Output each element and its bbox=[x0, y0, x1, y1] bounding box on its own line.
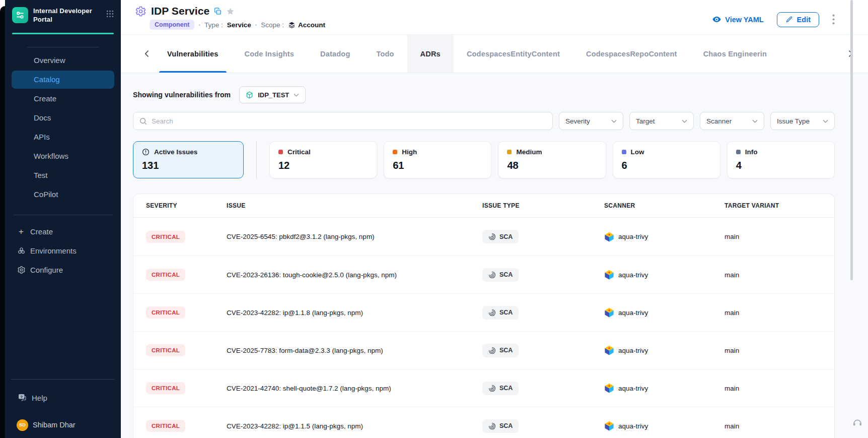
favorite-star-icon[interactable] bbox=[226, 7, 235, 16]
table-header-row: SEVERITY ISSUE ISSUE TYPE SCANNER TARGET… bbox=[133, 194, 834, 218]
severity-count: 61 bbox=[393, 160, 482, 171]
sidebar-nav: Overview Catalog Create Docs APIs bbox=[5, 51, 121, 204]
sidebar: Internal Developer Portal Overview Catal… bbox=[5, 0, 121, 438]
sidebar-item-environments[interactable]: Environments bbox=[5, 241, 121, 261]
sidebar-nav-item[interactable]: APIs bbox=[12, 128, 114, 146]
severity-summary-card[interactable]: Low 6 bbox=[613, 141, 720, 178]
trivy-scanner-icon bbox=[604, 232, 614, 242]
support-widget-icon[interactable] bbox=[851, 416, 864, 429]
target-variant: main bbox=[725, 347, 834, 354]
table-row[interactable]: CRITICAL CVE-2023-42282: ip@1.1.8 (lang-… bbox=[133, 293, 834, 331]
entity-kind-badge: Component bbox=[150, 20, 194, 30]
filter-dropdown[interactable]: Scanner bbox=[700, 112, 764, 130]
table-row[interactable]: CRITICAL CVE-2023-42282: ip@1.1.5 (lang-… bbox=[133, 407, 834, 438]
sidebar-nav-item[interactable]: Test bbox=[12, 166, 114, 184]
sidebar-nav-item[interactable]: Catalog bbox=[12, 71, 114, 89]
trivy-scanner-icon bbox=[604, 421, 614, 431]
issue-title: CVE-2023-42282: ip@1.1.8 (lang-pkgs, npm… bbox=[227, 309, 482, 317]
issue-type-chip: SCA bbox=[482, 382, 519, 395]
issue-title: CVE-2023-42282: ip@1.1.5 (lang-pkgs, npm… bbox=[227, 422, 482, 430]
summary-cards: Active Issues 131 Critical 12 bbox=[133, 141, 835, 178]
severity-dot bbox=[622, 150, 626, 154]
source-project-dropdown[interactable]: IDP_TEST bbox=[239, 86, 306, 103]
tab[interactable]: CodespacesRepoContent bbox=[573, 35, 690, 73]
severity-dot bbox=[278, 150, 283, 154]
scanner-name: aqua-trivy bbox=[618, 233, 648, 240]
sidebar-nav-item[interactable]: Docs bbox=[12, 109, 114, 127]
avatar: SD bbox=[17, 419, 28, 431]
issue-type-chip: SCA bbox=[482, 268, 519, 282]
sidebar-nav-item[interactable]: Overview bbox=[12, 51, 114, 70]
sidebar-nav-item[interactable]: CoPilot bbox=[12, 185, 114, 204]
user-name: Shibam Dhar bbox=[33, 421, 76, 429]
sca-spiral-icon bbox=[488, 385, 496, 392]
view-yaml-button[interactable]: View YAML bbox=[712, 15, 763, 24]
severity-summary-card[interactable]: Medium 48 bbox=[498, 141, 606, 178]
project-cube-icon bbox=[246, 91, 253, 99]
column-header-issue: ISSUE bbox=[227, 202, 482, 209]
help-button[interactable]: ? Help bbox=[5, 389, 121, 407]
filter-dropdown[interactable]: Target bbox=[629, 112, 694, 130]
section-heading: Showing vulnerabilities from bbox=[133, 91, 231, 99]
tab[interactable]: Vulnerabilities bbox=[154, 35, 232, 73]
gear-icon bbox=[17, 266, 26, 274]
sca-spiral-icon bbox=[488, 233, 496, 240]
active-issues-count: 131 bbox=[142, 160, 235, 171]
tab[interactable]: Chaos Engineerin bbox=[690, 35, 780, 73]
severity-summary-card[interactable]: High 61 bbox=[384, 141, 491, 178]
sidebar-item-configure[interactable]: Configure bbox=[5, 261, 121, 280]
table-row[interactable]: CRITICAL CVE-2021-42740: shell-quote@1.7… bbox=[133, 369, 834, 407]
filter-dropdown[interactable]: Severity bbox=[559, 112, 623, 130]
table-row[interactable]: CRITICAL CVE-2025-6545: pbkdf2@3.1.2 (la… bbox=[133, 218, 834, 256]
tabs-scroll-left-icon[interactable] bbox=[139, 35, 154, 73]
table-row[interactable]: CRITICAL CVE-2025-7783: form-data@2.3.3 … bbox=[133, 331, 834, 369]
severity-badge: CRITICAL bbox=[146, 420, 185, 432]
type-value: Service bbox=[227, 21, 251, 29]
copy-icon[interactable] bbox=[214, 8, 222, 15]
filter-dropdown[interactable]: Issue Type bbox=[770, 112, 835, 130]
service-gear-icon bbox=[135, 6, 147, 17]
issue-type-chip: SCA bbox=[482, 306, 519, 320]
tab[interactable]: Code Insights bbox=[232, 35, 307, 73]
search-input[interactable] bbox=[152, 117, 546, 125]
severity-badge: CRITICAL bbox=[146, 382, 185, 394]
severity-dot bbox=[736, 150, 741, 154]
tab[interactable]: ADRs bbox=[407, 35, 454, 73]
chevron-down-icon bbox=[823, 119, 828, 123]
user-menu[interactable]: SD Shibam Dhar bbox=[5, 415, 121, 435]
target-variant: main bbox=[725, 309, 834, 317]
chevron-down-icon bbox=[682, 119, 687, 123]
sidebar-footer: ? Help SD Shibam Dhar bbox=[5, 379, 121, 438]
sidebar-nav-item[interactable]: Create bbox=[12, 90, 114, 108]
tab[interactable]: CodespacesEntityContent bbox=[454, 35, 573, 73]
issue-type-chip: SCA bbox=[482, 419, 519, 433]
more-options-kebab-icon[interactable] bbox=[832, 14, 835, 25]
severity-summary-card[interactable]: Info 4 bbox=[727, 141, 835, 178]
entity-meta: Component • Type : Service • Scope : Acc… bbox=[150, 20, 325, 30]
app-title: Internal Developer Portal bbox=[33, 7, 93, 24]
apps-grid-icon[interactable] bbox=[106, 10, 114, 20]
scope-label: Scope : bbox=[261, 21, 284, 29]
environments-icon bbox=[17, 246, 26, 255]
edit-button[interactable]: Edit bbox=[777, 12, 819, 27]
severity-summary-card[interactable]: Critical 12 bbox=[269, 141, 377, 178]
sca-spiral-icon bbox=[488, 309, 496, 317]
app-logo[interactable] bbox=[12, 7, 28, 23]
tab[interactable]: Datadog bbox=[307, 35, 363, 73]
sidebar-nav-item[interactable]: Workflows bbox=[12, 147, 114, 165]
severity-badge: CRITICAL bbox=[146, 306, 185, 319]
sidebar-item-create[interactable]: + Create bbox=[5, 222, 121, 241]
issue-title: CVE-2025-7783: form-data@2.3.3 (lang-pkg… bbox=[227, 347, 482, 354]
issue-title: CVE-2023-26136: tough-cookie@2.5.0 (lang… bbox=[227, 271, 482, 279]
chevron-down-icon bbox=[294, 93, 299, 97]
active-issues-card[interactable]: Active Issues 131 bbox=[133, 141, 244, 178]
entity-header: IDP Service Component • Type : Se bbox=[121, 0, 868, 73]
scanner-name: aqua-trivy bbox=[618, 347, 648, 354]
target-variant: main bbox=[725, 385, 834, 392]
vertical-scrollbar[interactable] bbox=[850, 0, 853, 280]
table-row[interactable]: CRITICAL CVE-2023-26136: tough-cookie@2.… bbox=[133, 256, 834, 293]
tab[interactable]: Todo bbox=[363, 35, 407, 73]
search-field[interactable] bbox=[133, 112, 553, 130]
issue-type-chip: SCA bbox=[482, 230, 519, 243]
sca-spiral-icon bbox=[488, 422, 496, 430]
